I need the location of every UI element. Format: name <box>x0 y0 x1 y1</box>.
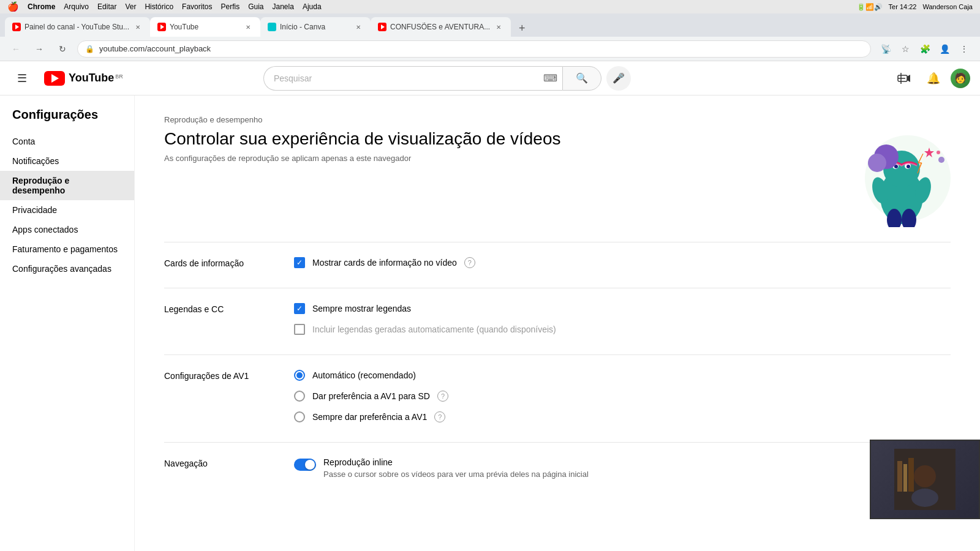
cast-icon[interactable]: 📡 <box>877 40 894 58</box>
keyboard-icon[interactable]: ⌨ <box>538 66 562 91</box>
divider-2 <box>164 288 951 288</box>
back-button[interactable]: ← <box>7 40 24 58</box>
tab-1-close[interactable]: ✕ <box>133 22 143 32</box>
settings-legendas-section: Legendas e CC ✓ Sempre mostrar legendas … <box>164 303 951 335</box>
radio-dot <box>296 372 303 378</box>
youtube-logo-icon <box>44 71 65 86</box>
checkmark-icon: ✓ <box>296 258 303 267</box>
macos-menubar: 🍎 Chrome Arquivo Editar Ver Histórico Fa… <box>0 0 980 13</box>
microphone-button[interactable]: 🎤 <box>606 66 631 91</box>
sidebar-item-conta[interactable]: Conta <box>0 132 134 151</box>
legendas-controls: ✓ Sempre mostrar legendas Incluir legend… <box>294 303 951 335</box>
illustration-svg <box>828 129 951 227</box>
sidebar-item-faturamento[interactable]: Faturamento e pagamentos <box>0 239 134 259</box>
hamburger-menu[interactable]: ☰ <box>10 66 34 91</box>
show-cards-checkbox[interactable]: ✓ <box>294 257 305 268</box>
av1-always-label: Sempre dar preferência a AV1 <box>312 412 427 422</box>
menu-archivo[interactable]: Arquivo <box>64 2 89 11</box>
always-show-checkbox[interactable]: ✓ <box>294 303 305 314</box>
bookmark-icon[interactable]: ☆ <box>897 40 914 58</box>
datetime: Ter 14:22 <box>889 3 917 10</box>
cards-info-icon[interactable]: ? <box>464 257 475 268</box>
notifications-button[interactable]: 🔔 <box>921 66 946 91</box>
breadcrumb: Reprodução e desempenho <box>164 115 951 124</box>
system-icons: 🔋📶🔊 <box>857 3 883 11</box>
av1-auto-row: Automático (recomendado) <box>294 370 951 381</box>
create-video-button[interactable] <box>892 66 916 91</box>
inline-playback-toggle[interactable] <box>294 459 316 471</box>
always-show-label: Sempre mostrar legendas <box>312 304 411 313</box>
menu-favoritos[interactable]: Favoritos <box>182 2 212 11</box>
secure-icon: 🔒 <box>85 45 94 53</box>
sidebar-item-notificacoes[interactable]: Notificações <box>0 151 134 171</box>
av1-auto-label: Automático (recomendado) <box>312 370 416 380</box>
youtube-play-icon <box>51 74 59 83</box>
svg-rect-22 <box>903 464 907 492</box>
tab-4-title: CONFUSÕES e AVENTURA... <box>390 23 490 31</box>
divider-4 <box>164 442 951 443</box>
toggle-text: Reprodução inline Passe o cursor sobre o… <box>323 457 589 479</box>
app-name[interactable]: Chrome <box>28 2 55 11</box>
av1-sd-info-icon[interactable]: ? <box>437 391 448 402</box>
av1-always-radio[interactable] <box>294 411 305 422</box>
checkmark-icon-2: ✓ <box>296 304 303 313</box>
tab-1[interactable]: Painel do canal - YouTube Stu... ✕ <box>5 17 150 37</box>
av1-sd-radio[interactable] <box>294 391 305 402</box>
sidebar: Configurações Conta Notificações Reprodu… <box>0 96 135 551</box>
username: Wanderson Caja <box>922 3 973 10</box>
reload-button[interactable]: ↻ <box>54 40 71 58</box>
search-input[interactable] <box>263 66 538 91</box>
menu-janela[interactable]: Janela <box>273 2 294 11</box>
sidebar-item-notificacoes-label: Notificações <box>12 156 59 166</box>
main-layout: Configurações Conta Notificações Reprodu… <box>0 96 980 551</box>
always-show-row: ✓ Sempre mostrar legendas <box>294 303 951 314</box>
menu-ajuda[interactable]: Ajuda <box>303 2 322 11</box>
url-bar[interactable]: 🔒 youtube.com/account_playback <box>77 40 871 58</box>
tab-4-close[interactable]: ✕ <box>494 22 503 32</box>
tab-3-close[interactable]: ✕ <box>353 22 363 32</box>
auto-gen-label: Incluir legendas geradas automaticamente… <box>312 324 556 334</box>
apple-menu[interactable]: 🍎 <box>7 1 19 12</box>
new-tab-button[interactable]: + <box>513 20 530 37</box>
forward-button[interactable]: → <box>31 40 48 58</box>
sidebar-item-avancadas[interactable]: Configurações avançadas <box>0 259 134 279</box>
sidebar-item-reproducao[interactable]: Reprodução e desempenho <box>0 171 134 200</box>
settings-av1-section: Configurações de AV1 Automático (recomen… <box>164 370 951 422</box>
header-actions: 🔔 🧑 <box>892 66 970 91</box>
content-area: Reprodução e desempenho Controlar sua ex… <box>135 96 980 551</box>
tab-4[interactable]: CONFUSÕES e AVENTURA... ✕ <box>371 17 511 37</box>
auto-gen-checkbox[interactable] <box>294 324 305 335</box>
av1-always-info-icon[interactable]: ? <box>434 411 445 422</box>
tab-3[interactable]: Início - Canva ✕ <box>260 17 371 37</box>
user-avatar[interactable]: 🧑 <box>951 69 970 88</box>
more-menu[interactable]: ⋮ <box>956 40 973 58</box>
extensions-icon[interactable]: 🧩 <box>916 40 933 58</box>
svg-point-14 <box>937 151 940 154</box>
menu-historico[interactable]: Histórico <box>145 2 173 11</box>
tab-2[interactable]: YouTube ✕ <box>150 17 260 37</box>
av1-auto-radio[interactable] <box>294 370 305 381</box>
tab-3-favicon <box>268 23 276 31</box>
tab-2-close[interactable]: ✕ <box>243 22 253 32</box>
sidebar-item-privacidade[interactable]: Privacidade <box>0 200 134 220</box>
menu-perfis[interactable]: Perfis <box>221 2 239 11</box>
svg-point-25 <box>911 489 938 507</box>
divider-1 <box>164 242 951 242</box>
toggle-thumb <box>305 460 315 470</box>
menu-editar[interactable]: Editar <box>97 2 116 11</box>
search-button[interactable]: 🔍 <box>562 66 601 91</box>
menu-ver[interactable]: Ver <box>125 2 136 11</box>
youtube-logo[interactable]: YouTube BR <box>44 71 123 86</box>
sidebar-item-privacidade-label: Privacidade <box>12 205 57 215</box>
profile-icon[interactable]: 👤 <box>936 40 953 58</box>
youtube-logo-badge: BR <box>115 73 123 80</box>
divider-3 <box>164 354 951 355</box>
av1-sd-row: Dar preferência a AV1 para SD ? <box>294 391 951 402</box>
sidebar-item-reproducao-label: Reprodução e desempenho <box>12 176 122 195</box>
cards-label: Cards de informação <box>164 257 274 268</box>
av1-controls: Automático (recomendado) Dar preferência… <box>294 370 951 422</box>
menu-guia[interactable]: Guia <box>248 2 263 11</box>
sidebar-item-apps[interactable]: Apps conectados <box>0 220 134 239</box>
settings-cards-section: Cards de informação ✓ Mostrar cards de i… <box>164 257 951 268</box>
section-hero: Controlar sua experiência de visualizaçã… <box>164 129 951 227</box>
